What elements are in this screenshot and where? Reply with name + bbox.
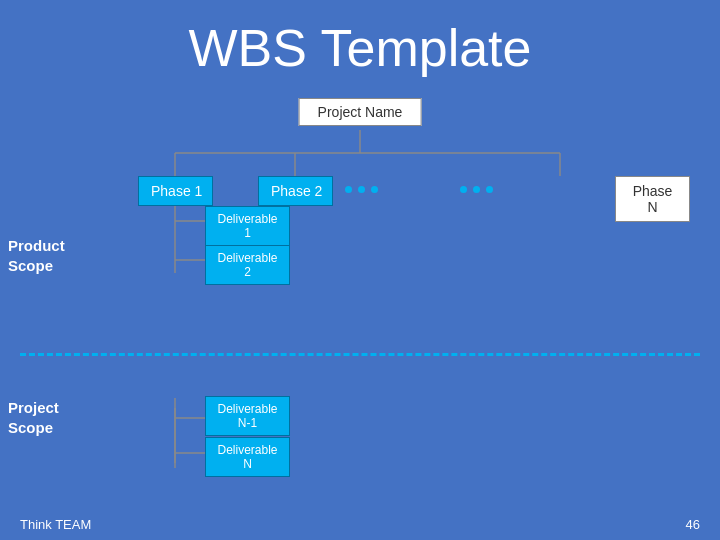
slide-title: WBS Template [0,0,720,88]
dot-4 [460,186,467,193]
deliverable1-label: Deliverable [217,212,277,226]
connector-lines [0,88,720,508]
project-scope-label: Project Scope [8,398,98,437]
phase2-box: Phase 2 [258,176,333,206]
deliverable1-num: 1 [244,226,251,240]
dots-group-2 [460,186,493,193]
dot-1 [345,186,352,193]
phaseN-box: Phase N [615,176,690,222]
dashed-separator [20,353,700,356]
wbs-diagram: Project Name Phase 1 Phase 2 Phase N Del… [0,88,720,508]
dot-3 [371,186,378,193]
slide: WBS Template [0,0,720,540]
footer-brand: Think TEAM [20,517,91,532]
product-scope-label: Product Scope [8,236,98,275]
deliverable2-box: Deliverable 2 [205,245,290,285]
dot-5 [473,186,480,193]
deliverable1-box: Deliverable 1 [205,206,290,246]
deliverableN1-num: N-1 [238,416,257,430]
dots-group-1 [345,186,378,193]
deliverableN1-label: Deliverable [217,402,277,416]
deliverableN-label: Deliverable [217,443,277,457]
dot-2 [358,186,365,193]
footer: Think TEAM 46 [0,517,720,532]
footer-page: 46 [686,517,700,532]
deliverableN-box: Deliverable N [205,437,290,477]
deliverable2-num: 2 [244,265,251,279]
dot-6 [486,186,493,193]
project-name-box: Project Name [299,98,422,126]
deliverableN-num: N [243,457,252,471]
phase1-box: Phase 1 [138,176,213,206]
deliverableN1-box: Deliverable N-1 [205,396,290,436]
deliverable2-label: Deliverable [217,251,277,265]
